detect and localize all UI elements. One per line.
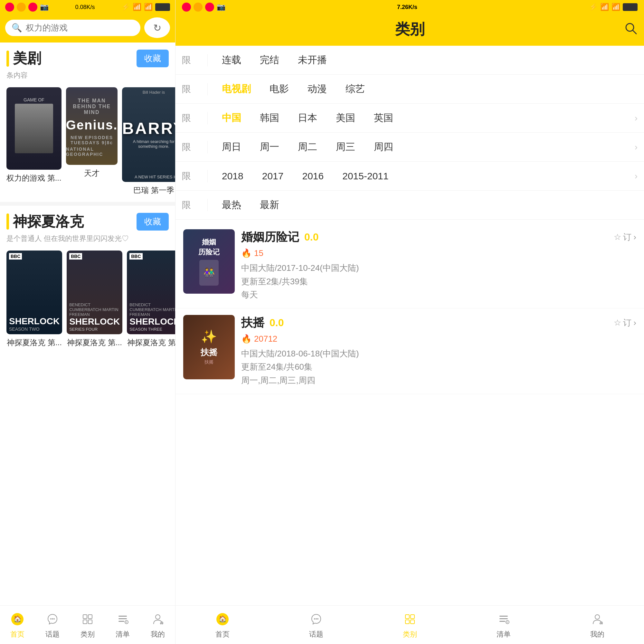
nav-category-label-right: 类别 [403,630,417,639]
svg-rect-27 [499,621,505,622]
filter-option[interactable]: 电影 [262,79,297,99]
search-refresh-button[interactable]: ↻ [144,17,170,38]
list-item[interactable]: GAME OF 权力的游戏 第... [6,87,62,195]
filter-option[interactable]: 动漫 [300,79,335,99]
nav-item-home-right[interactable]: 🏠 首页 [175,611,269,639]
filter-option[interactable]: 最新 [252,195,287,215]
right-status-bar: 📷 7.26K/s ⚡ 📶 📶 [175,0,644,14]
left-content: 美剧 收藏 条内容 GAME OF 权力的游戏 第... [0,43,175,605]
filter-option[interactable]: 综艺 [338,79,373,99]
fire-icon: 🔥 [241,248,251,258]
filter-option[interactable]: 周二 [290,137,325,157]
filter-option[interactable]: 连载 [214,50,249,70]
filter-option[interactable]: 2016 [295,167,332,185]
marriage-subscribe-button[interactable]: ☆ 订 › [614,232,636,243]
marriage-title-row: 婚姻历险记 0.0 ☆ 订 › [241,229,636,245]
subscribe-label: 订 [623,317,631,328]
meiju-collect-button[interactable]: 收藏 [137,50,169,67]
filter-option[interactable]: 日本 [290,108,325,128]
list-item[interactable]: BBC BENEDICT CUMBERBATCH MARTIN FREEMAN … [127,251,175,348]
filter-option[interactable]: 韩国 [252,108,287,128]
filter-option[interactable]: 英国 [366,108,401,128]
search-input[interactable] [26,23,134,33]
svg-rect-11 [118,621,124,622]
list-item[interactable]: ✨ 扶摇 扶摇 扶摇 0.0 ☆ 订 › 🔥 20712 [175,308,644,394]
home-icon-right: 🏠 [214,611,231,628]
home-icon: 🏠 [9,611,26,628]
right-search-button[interactable] [623,21,638,38]
marriage-info: 婚姻历险记 0.0 ☆ 订 › 🔥 15 中国大陆/2017-10-24(中国大… [241,229,636,302]
filter-option[interactable]: 电视剧 [214,79,259,99]
filter-option[interactable]: 最热 [214,195,249,215]
svg-point-14 [626,24,634,31]
list-item[interactable]: THE MAN BEHIND THE MIND Genius. NEW EPIS… [66,87,118,195]
filter-label-region: 限 [182,112,208,124]
sherlock-grid: BBC SHERLOCK SEASON TWO 神探夏洛克 第... BBC B… [0,247,175,354]
marriage-hot-count: 15 [254,248,263,258]
list-item[interactable]: 婚姻历险记 👫 婚姻历险记 0.0 ☆ 订 › 🔥 [175,223,644,308]
sherlock3-name: 神探夏洛克 第... [127,337,175,348]
nav-item-mine-left[interactable]: 我的 [140,611,175,639]
filter-label-day: 限 [182,141,208,153]
meiju-sub: 条内容 [0,71,175,84]
marriage-meta2: 更新至2集/共39集 [241,275,636,289]
search-icon: 🔍 [12,23,22,33]
left-right-icons: ⚡ 📶 📶 [121,3,170,11]
fuyao-title: 扶摇 [241,315,264,331]
filter-option[interactable]: 周三 [328,137,363,157]
nav-category-label-left: 类别 [81,630,95,639]
filter-row-region: 限 中国 韩国 日本 美国 英国 › [175,104,644,133]
filter-options-region: 中国 韩国 日本 美国 英国 [214,108,401,128]
nav-playlist-label-right: 清单 [497,630,511,639]
filter-option[interactable]: 周日 [214,137,249,157]
filter-option[interactable]: 2017 [254,167,291,185]
meiju-section: 美剧 收藏 条内容 GAME OF 权力的游戏 第... [0,43,175,202]
nav-item-topic-right[interactable]: 话题 [269,611,363,639]
svg-point-18 [314,618,315,620]
fuyao-subscribe-button[interactable]: ☆ 订 › [614,317,636,328]
genius-poster: THE MAN BEHIND THE MIND Genius. NEW EPIS… [66,87,118,165]
right-bottom-nav: 🏠 首页 话题 [175,605,644,644]
svg-rect-8 [88,620,92,624]
nav-item-topic-left[interactable]: 话题 [35,611,70,639]
filter-option[interactable]: 周一 [252,137,287,157]
fuyao-hot: 🔥 20712 [241,334,636,344]
svg-rect-23 [405,620,409,624]
nav-item-category-right[interactable]: 类别 [363,611,457,639]
search-input-wrap[interactable]: 🔍 [5,20,140,36]
svg-point-13 [156,615,160,619]
category-icon-left [79,611,96,628]
filter-options-year: 2018 2017 2016 2015-2011 [214,167,396,185]
filter-option[interactable]: 中国 [214,108,249,128]
list-item[interactable]: BBC SHERLOCK SEASON TWO 神探夏洛克 第... [6,251,62,348]
list-item[interactable]: Bill Hader is BARRY A hitman searching f… [122,87,175,195]
nav-home-label-left: 首页 [10,630,24,639]
nav-item-home-left[interactable]: 🏠 首页 [0,611,35,639]
camera-icon-right: 📷 [217,3,225,11]
nav-item-category-left[interactable]: 类别 [70,611,105,639]
filter-option[interactable]: 完结 [252,50,287,70]
filter-option[interactable]: 2015-2011 [335,167,396,185]
svg-rect-22 [411,615,414,619]
fuyao-meta2: 更新至24集/共60集 [241,360,636,374]
nav-item-playlist-left[interactable]: 清单 [105,611,140,639]
meiju-header: 美剧 收藏 [0,43,175,71]
filter-option[interactable]: 周四 [366,137,401,157]
filter-section: 限 连载 完结 未开播 限 电视剧 电影 动漫 综艺 限 中国 韩国 日本 [175,46,644,220]
signal-icon: 📶 [144,3,153,11]
sherlock-collect-button[interactable]: 收藏 [137,213,169,231]
marriage-hot: 🔥 15 [241,248,636,258]
filter-label-year: 限 [182,170,208,182]
svg-rect-9 [118,616,127,617]
topic-icon-left [44,611,61,628]
filter-option[interactable]: 2018 [214,167,251,185]
sherlock-header: 神探夏洛克 收藏 [0,206,175,234]
filter-option[interactable]: 美国 [328,108,363,128]
sherlock3-poster: BBC BENEDICT CUMBERBATCH MARTIN FREEMAN … [127,251,175,334]
nav-item-playlist-right[interactable]: 清单 [457,611,550,639]
fuyao-info: 扶摇 0.0 ☆ 订 › 🔥 20712 中国大陆/2018-06-18(中国大… [241,315,636,387]
filter-option[interactable]: 未开播 [290,50,335,70]
nav-item-mine-right[interactable]: 我的 [550,611,644,639]
svg-point-4 [53,618,55,620]
list-item[interactable]: BBC BENEDICT CUMBERBATCH MARTIN FREEMAN … [67,251,122,348]
